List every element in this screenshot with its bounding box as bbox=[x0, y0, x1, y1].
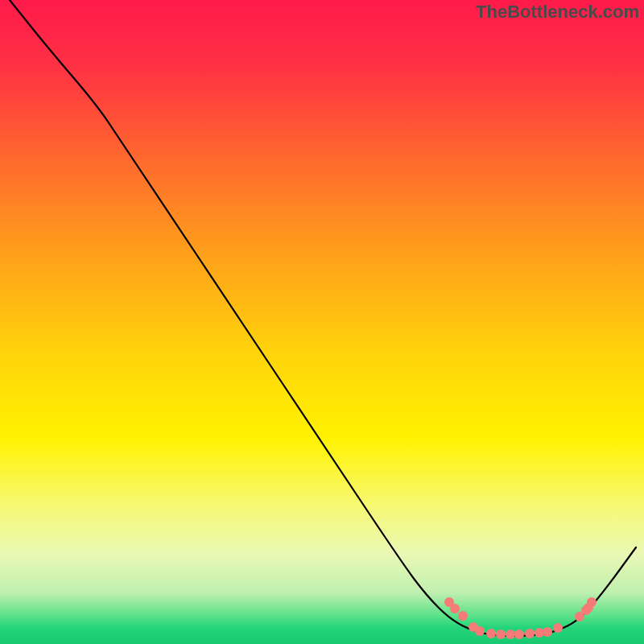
marker-dot bbox=[486, 629, 496, 638]
marker-dot bbox=[553, 623, 563, 633]
marker-dot bbox=[587, 597, 597, 607]
chart-container: TheBottleneck.com bbox=[0, 0, 644, 644]
marker-dot bbox=[496, 630, 506, 639]
watermark-text: TheBottleneck.com bbox=[476, 2, 639, 23]
marker-dot bbox=[525, 629, 535, 638]
marker-dot bbox=[543, 627, 552, 637]
marker-dot bbox=[506, 630, 515, 639]
bottleneck-curve bbox=[10, 0, 636, 636]
marker-dot bbox=[514, 630, 524, 639]
chart-overlay bbox=[0, 0, 644, 644]
marker-dot bbox=[458, 611, 468, 621]
marker-dot bbox=[475, 626, 485, 636]
marker-group bbox=[444, 597, 597, 639]
marker-dot bbox=[450, 604, 460, 613]
